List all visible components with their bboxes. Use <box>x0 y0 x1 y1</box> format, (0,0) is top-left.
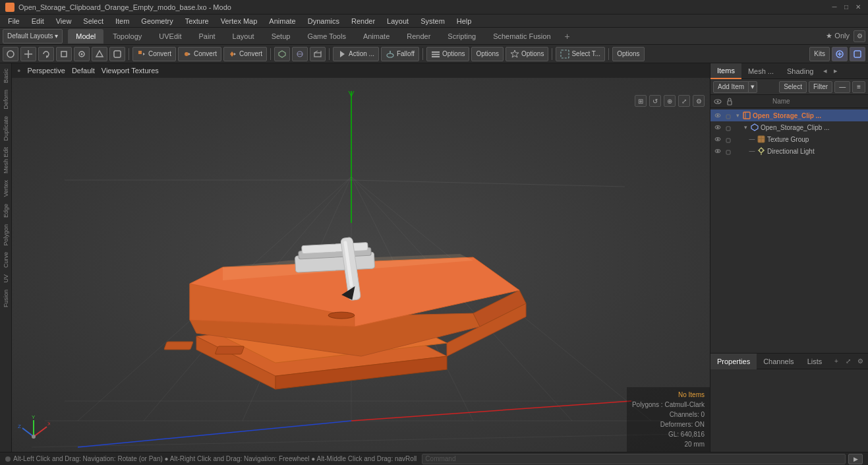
tree-eye-light[interactable] <box>713 146 722 156</box>
toolbar-icon-btn2[interactable] <box>850 47 865 61</box>
tab-mesh[interactable]: Mesh ... <box>741 63 780 79</box>
sidebar-item-fusion[interactable]: Fusion <box>1 287 11 310</box>
tab-properties[interactable]: Properties <box>710 354 757 369</box>
convert-button-1[interactable]: Convert <box>132 47 176 61</box>
menu-render[interactable]: Render <box>346 16 380 26</box>
sidebar-item-polygon[interactable]: Polygon <box>1 222 11 249</box>
tab-render[interactable]: Render <box>399 29 438 44</box>
tab-scripting[interactable]: Scripting <box>440 29 484 44</box>
sidebar-item-curve[interactable]: Curve <box>1 249 11 270</box>
tab-model[interactable]: Model <box>68 29 103 44</box>
menu-dynamics[interactable]: Dynamics <box>303 16 345 26</box>
tree-lock-root[interactable] <box>724 111 733 120</box>
toolbar-mesh-icon1[interactable] <box>274 47 290 61</box>
options-button-4[interactable]: Options <box>612 47 644 61</box>
title-controls[interactable]: ─ □ ✕ <box>830 3 863 12</box>
kits-button[interactable]: Kits <box>809 47 830 61</box>
viewport-perspective[interactable]: Perspective <box>27 67 65 75</box>
tree-expand-root[interactable]: ▾ <box>734 111 741 120</box>
minimize-button[interactable]: ─ <box>830 3 839 12</box>
vp-rotate-button[interactable]: ↺ <box>649 95 661 107</box>
tab-shading[interactable]: Shading <box>780 63 820 79</box>
sidebar-item-edge[interactable]: Edge <box>1 201 11 220</box>
tab-game-tools[interactable]: Game Tools <box>299 29 354 44</box>
tree-eye-root[interactable] <box>713 111 722 120</box>
filter-item-button[interactable]: Filter <box>809 81 832 93</box>
tree-lock-texture[interactable] <box>724 135 733 144</box>
sidebar-item-basic[interactable]: Basic <box>1 66 11 86</box>
panel-tab-arrow-left[interactable]: ◂ <box>820 63 830 79</box>
tab-items[interactable]: Items <box>710 63 741 79</box>
toolbar-icon-btn1[interactable] <box>832 47 848 61</box>
menu-item[interactable]: Item <box>110 16 134 26</box>
tree-eye-texture[interactable] <box>713 135 722 144</box>
layout-dropdown[interactable]: Default Layouts ▾ <box>3 29 63 44</box>
tab-layout[interactable]: Layout <box>225 29 262 44</box>
sidebar-item-mesh-edit[interactable]: Mesh Edit <box>1 144 11 176</box>
tree-expand-light[interactable]: — <box>749 146 755 156</box>
toolbar-wireframe-toggle[interactable] <box>310 47 326 61</box>
sidebar-item-duplicate[interactable]: Duplicate <box>1 113 11 144</box>
tree-expand-texture[interactable]: — <box>749 135 755 144</box>
menu-help[interactable]: Help <box>451 16 477 26</box>
vp-zoom-button[interactable]: ⊕ <box>664 95 676 107</box>
items-list-button[interactable]: ≡ <box>852 81 865 93</box>
tree-item-mesh[interactable]: ▾ Open_Storage_Clipb ... <box>710 121 868 133</box>
tab-topology[interactable]: Topology <box>105 29 150 44</box>
toolbar-mesh-icon2[interactable] <box>292 47 308 61</box>
props-settings-button[interactable]: ⚙ <box>855 356 865 367</box>
tree-lock-light[interactable] <box>724 146 733 156</box>
vp-settings-button[interactable]: ⚙ <box>693 95 705 107</box>
props-expand-button[interactable]: ⤢ <box>843 356 854 367</box>
tab-setup[interactable]: Setup <box>264 29 299 44</box>
tree-expand-mesh[interactable]: ▾ <box>742 123 749 132</box>
convert-button-3[interactable]: Convert <box>223 47 267 61</box>
add-tab-button[interactable]: + <box>560 29 575 44</box>
menu-select[interactable]: Select <box>78 16 109 26</box>
menu-file[interactable]: File <box>3 16 25 26</box>
menu-geometry[interactable]: Geometry <box>136 16 178 26</box>
tree-eye-mesh[interactable] <box>713 123 722 132</box>
toolbar-move-tool[interactable] <box>20 47 36 61</box>
falloff-button[interactable]: Falloff <box>381 47 419 61</box>
viewport[interactable]: ● Perspective Default Viewport Textures <box>12 63 710 452</box>
select-item-button[interactable]: Select <box>779 81 807 93</box>
tab-paint[interactable]: Paint <box>191 29 223 44</box>
tab-animate[interactable]: Animate <box>355 29 397 44</box>
tab-schematic-fusion[interactable]: Schematic Fusion <box>485 29 558 44</box>
viewport-shading[interactable]: Default <box>72 67 95 75</box>
tree-item-root[interactable]: ▾ Open_Storage_Clip ... <box>710 109 868 121</box>
settings-button[interactable]: ⚙ <box>854 30 865 42</box>
scene-3d[interactable]: ⊞ ↺ ⊕ ⤢ ⚙ No Items Polygons : Catmull-Cl… <box>12 78 710 452</box>
tab-lists[interactable]: Lists <box>801 354 829 369</box>
items-minus-button[interactable]: — <box>834 81 850 93</box>
tab-channels[interactable]: Channels <box>757 354 800 369</box>
add-item-button[interactable]: Add Item <box>713 81 749 93</box>
tab-uvedit[interactable]: UVEdit <box>151 29 189 44</box>
vp-frame-button[interactable]: ⊞ <box>635 95 647 107</box>
convert-button-2[interactable]: Convert <box>178 47 221 61</box>
vp-maximize-button[interactable]: ⤢ <box>678 95 690 107</box>
close-button[interactable]: ✕ <box>854 3 863 12</box>
menu-texture[interactable]: Texture <box>180 16 214 26</box>
menu-animate[interactable]: Animate <box>264 16 301 26</box>
options-button-3[interactable]: Options <box>506 47 548 61</box>
action-button[interactable]: Action ... <box>333 47 379 61</box>
command-execute-button[interactable]: ▶ <box>848 454 863 464</box>
tree-item-texture[interactable]: — Texture Group <box>710 133 868 145</box>
options-button-2[interactable]: Options <box>471 47 503 61</box>
select-tool-btn[interactable]: Select T... <box>556 47 605 61</box>
toolbar-rotate-tool[interactable] <box>38 47 54 61</box>
panel-tab-arrow-right[interactable]: ▸ <box>830 63 841 79</box>
add-item-dropdown[interactable]: ▾ <box>748 81 757 93</box>
sidebar-item-vertex[interactable]: Vertex <box>1 177 11 200</box>
toolbar-snap-tool[interactable] <box>92 47 107 61</box>
menu-system[interactable]: System <box>415 16 450 26</box>
menu-edit[interactable]: Edit <box>26 16 49 26</box>
tree-lock-mesh[interactable] <box>724 123 733 132</box>
maximize-button[interactable]: □ <box>842 3 851 12</box>
menu-vertex-map[interactable]: Vertex Map <box>216 16 263 26</box>
sidebar-item-uv[interactable]: UV <box>1 272 11 286</box>
toolbar-scale-tool[interactable] <box>56 47 72 61</box>
sidebar-item-deform[interactable]: Deform <box>1 87 11 112</box>
